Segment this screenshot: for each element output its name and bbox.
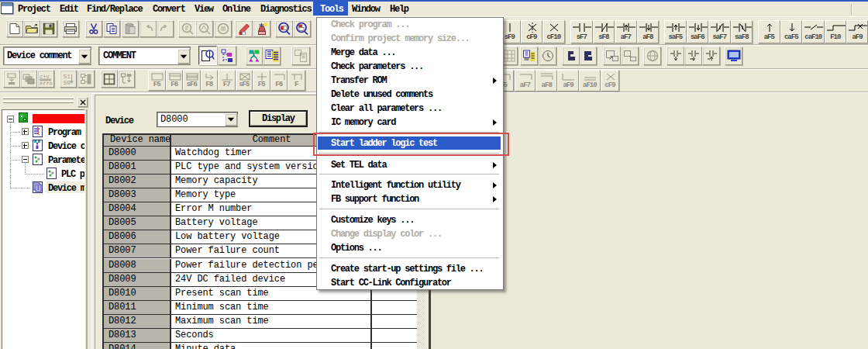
svg-text:c+v: c+v xyxy=(40,73,50,79)
svg-text:error: error xyxy=(40,80,53,85)
svg-text:S9: S9 xyxy=(64,79,71,85)
